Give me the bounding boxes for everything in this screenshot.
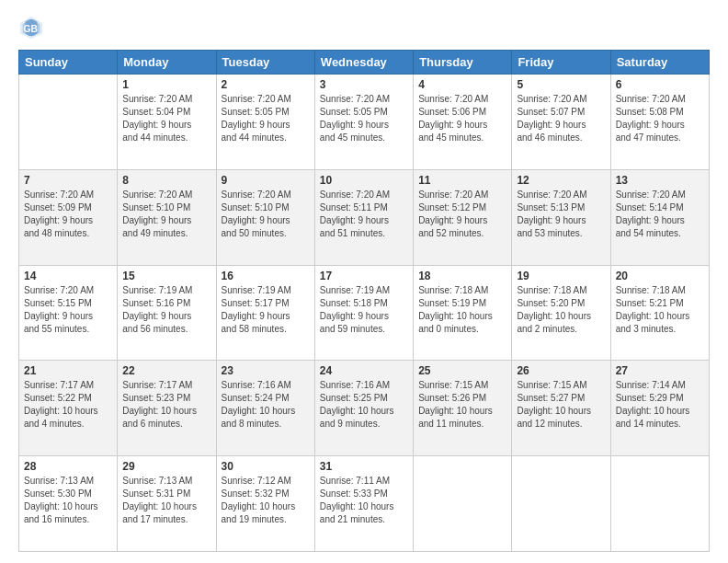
day-info: Sunrise: 7:20 AMSunset: 5:10 PMDaylight:… [222, 189, 310, 240]
day-info: Sunrise: 7:15 AMSunset: 5:27 PMDaylight:… [517, 379, 605, 431]
calendar-cell: 7Sunrise: 7:20 AMSunset: 5:09 PMDaylight… [19, 169, 118, 265]
day-info: Sunrise: 7:20 AMSunset: 5:04 PMDaylight:… [122, 93, 210, 144]
calendar-cell: 25Sunrise: 7:15 AMSunset: 5:26 PMDayligh… [414, 361, 512, 456]
col-header-monday: Monday [118, 51, 216, 75]
day-info: Sunrise: 7:20 AMSunset: 5:14 PMDaylight:… [616, 189, 704, 240]
day-info: Sunrise: 7:12 AMSunset: 5:32 PMDaylight:… [222, 475, 310, 526]
day-number: 5 [517, 78, 605, 91]
calendar-header-row: SundayMondayTuesdayWednesdayThursdayFrid… [19, 51, 710, 75]
week-row-0: 1Sunrise: 7:20 AMSunset: 5:04 PMDaylight… [19, 75, 710, 170]
day-info: Sunrise: 7:20 AMSunset: 5:10 PMDaylight:… [122, 189, 210, 240]
logo-icon: GB [18, 15, 44, 40]
day-info: Sunrise: 7:20 AMSunset: 5:12 PMDaylight:… [418, 189, 506, 240]
calendar-cell: 5Sunrise: 7:20 AMSunset: 5:07 PMDaylight… [512, 75, 610, 170]
header: GB [18, 15, 710, 40]
calendar-cell [512, 456, 610, 552]
day-number: 25 [418, 364, 506, 377]
day-number: 13 [616, 174, 704, 187]
day-number: 7 [24, 174, 112, 187]
day-info: Sunrise: 7:17 AMSunset: 5:22 PMDaylight:… [24, 379, 112, 431]
col-header-thursday: Thursday [414, 51, 512, 75]
day-number: 24 [320, 364, 408, 377]
day-info: Sunrise: 7:20 AMSunset: 5:09 PMDaylight:… [24, 189, 112, 240]
day-info: Sunrise: 7:17 AMSunset: 5:23 PMDaylight:… [122, 379, 210, 431]
day-info: Sunrise: 7:18 AMSunset: 5:19 PMDaylight:… [418, 284, 506, 336]
day-number: 17 [320, 270, 408, 282]
day-info: Sunrise: 7:11 AMSunset: 5:33 PMDaylight:… [320, 475, 408, 526]
day-number: 9 [222, 174, 310, 187]
calendar-cell: 13Sunrise: 7:20 AMSunset: 5:14 PMDayligh… [610, 169, 709, 265]
day-number: 3 [320, 78, 408, 91]
calendar-cell [414, 456, 512, 552]
day-info: Sunrise: 7:20 AMSunset: 5:11 PMDaylight:… [320, 189, 408, 240]
day-number: 10 [320, 174, 408, 187]
day-number: 21 [24, 364, 112, 377]
calendar-cell: 9Sunrise: 7:20 AMSunset: 5:10 PMDaylight… [216, 169, 314, 265]
day-info: Sunrise: 7:20 AMSunset: 5:15 PMDaylight:… [24, 284, 112, 336]
day-number: 19 [517, 270, 605, 282]
day-number: 18 [418, 270, 506, 282]
calendar-cell: 3Sunrise: 7:20 AMSunset: 5:05 PMDaylight… [314, 75, 413, 170]
day-info: Sunrise: 7:13 AMSunset: 5:31 PMDaylight:… [122, 475, 210, 526]
calendar-cell: 14Sunrise: 7:20 AMSunset: 5:15 PMDayligh… [19, 265, 118, 361]
calendar-cell: 15Sunrise: 7:19 AMSunset: 5:16 PMDayligh… [118, 265, 216, 361]
day-number: 8 [122, 174, 210, 187]
calendar-cell: 4Sunrise: 7:20 AMSunset: 5:06 PMDaylight… [414, 75, 512, 170]
day-info: Sunrise: 7:18 AMSunset: 5:21 PMDaylight:… [616, 284, 704, 336]
calendar-cell: 29Sunrise: 7:13 AMSunset: 5:31 PMDayligh… [118, 456, 216, 552]
calendar-cell: 10Sunrise: 7:20 AMSunset: 5:11 PMDayligh… [314, 169, 413, 265]
day-number: 11 [418, 174, 506, 187]
day-info: Sunrise: 7:20 AMSunset: 5:05 PMDaylight:… [222, 93, 310, 144]
calendar-cell: 12Sunrise: 7:20 AMSunset: 5:13 PMDayligh… [512, 169, 610, 265]
calendar-cell: 1Sunrise: 7:20 AMSunset: 5:04 PMDaylight… [118, 75, 216, 170]
day-number: 12 [517, 174, 605, 187]
day-info: Sunrise: 7:20 AMSunset: 5:05 PMDaylight:… [320, 93, 408, 144]
calendar-cell: 26Sunrise: 7:15 AMSunset: 5:27 PMDayligh… [512, 361, 610, 456]
day-info: Sunrise: 7:16 AMSunset: 5:24 PMDaylight:… [222, 379, 310, 431]
calendar-cell: 8Sunrise: 7:20 AMSunset: 5:10 PMDaylight… [118, 169, 216, 265]
logo: GB [18, 15, 48, 40]
week-row-1: 7Sunrise: 7:20 AMSunset: 5:09 PMDaylight… [19, 169, 710, 265]
day-info: Sunrise: 7:19 AMSunset: 5:18 PMDaylight:… [320, 284, 408, 336]
calendar-cell [19, 75, 118, 170]
day-info: Sunrise: 7:13 AMSunset: 5:30 PMDaylight:… [24, 475, 112, 526]
day-number: 14 [24, 270, 112, 282]
day-number: 15 [122, 270, 210, 282]
col-header-saturday: Saturday [610, 51, 709, 75]
day-number: 6 [616, 78, 704, 91]
day-number: 31 [320, 460, 408, 473]
calendar-cell: 20Sunrise: 7:18 AMSunset: 5:21 PMDayligh… [610, 265, 709, 361]
day-info: Sunrise: 7:14 AMSunset: 5:29 PMDaylight:… [616, 379, 704, 431]
day-info: Sunrise: 7:16 AMSunset: 5:25 PMDaylight:… [320, 379, 408, 431]
col-header-sunday: Sunday [19, 51, 118, 75]
calendar-cell: 30Sunrise: 7:12 AMSunset: 5:32 PMDayligh… [216, 456, 314, 552]
calendar-cell: 22Sunrise: 7:17 AMSunset: 5:23 PMDayligh… [118, 361, 216, 456]
col-header-friday: Friday [512, 51, 610, 75]
calendar-cell: 2Sunrise: 7:20 AMSunset: 5:05 PMDaylight… [216, 75, 314, 170]
day-number: 20 [616, 270, 704, 282]
calendar-cell: 23Sunrise: 7:16 AMSunset: 5:24 PMDayligh… [216, 361, 314, 456]
day-number: 28 [24, 460, 112, 473]
day-number: 4 [418, 78, 506, 91]
day-number: 22 [122, 364, 210, 377]
calendar-cell: 19Sunrise: 7:18 AMSunset: 5:20 PMDayligh… [512, 265, 610, 361]
day-number: 1 [122, 78, 210, 91]
day-number: 23 [222, 364, 310, 377]
week-row-3: 21Sunrise: 7:17 AMSunset: 5:22 PMDayligh… [19, 361, 710, 456]
calendar-cell: 18Sunrise: 7:18 AMSunset: 5:19 PMDayligh… [414, 265, 512, 361]
day-info: Sunrise: 7:15 AMSunset: 5:26 PMDaylight:… [418, 379, 506, 431]
calendar-cell: 28Sunrise: 7:13 AMSunset: 5:30 PMDayligh… [19, 456, 118, 552]
day-info: Sunrise: 7:20 AMSunset: 5:08 PMDaylight:… [616, 93, 704, 144]
week-row-4: 28Sunrise: 7:13 AMSunset: 5:30 PMDayligh… [19, 456, 710, 552]
calendar-cell: 21Sunrise: 7:17 AMSunset: 5:22 PMDayligh… [19, 361, 118, 456]
calendar-table: SundayMondayTuesdayWednesdayThursdayFrid… [18, 50, 710, 552]
col-header-tuesday: Tuesday [216, 51, 314, 75]
day-info: Sunrise: 7:18 AMSunset: 5:20 PMDaylight:… [517, 284, 605, 336]
calendar-cell [610, 456, 709, 552]
calendar-cell: 17Sunrise: 7:19 AMSunset: 5:18 PMDayligh… [314, 265, 413, 361]
day-info: Sunrise: 7:20 AMSunset: 5:06 PMDaylight:… [418, 93, 506, 144]
calendar-cell: 24Sunrise: 7:16 AMSunset: 5:25 PMDayligh… [314, 361, 413, 456]
day-number: 16 [222, 270, 310, 282]
day-number: 2 [222, 78, 310, 91]
day-info: Sunrise: 7:20 AMSunset: 5:07 PMDaylight:… [517, 93, 605, 144]
